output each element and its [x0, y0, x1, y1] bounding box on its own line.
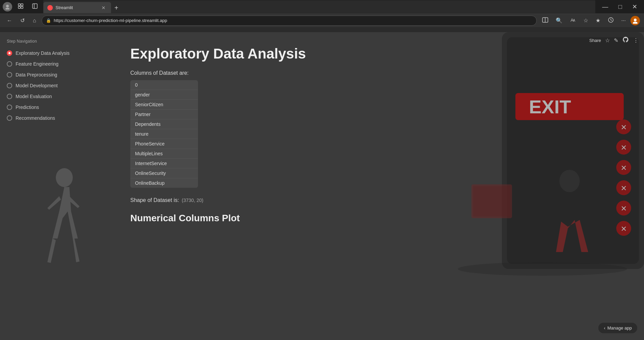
tab-title: Streamlit	[55, 5, 97, 10]
svg-point-13	[634, 19, 637, 21]
column-item: MultipleLines	[130, 149, 198, 159]
url-text: https://customer-churn-prediction-ml-pip…	[54, 18, 167, 23]
sidebar-item-label-md: Model Development	[16, 83, 58, 88]
chevron-left-icon: ‹	[604, 325, 605, 331]
sidebar-illustration	[0, 137, 110, 340]
back-btn[interactable]: ←	[4, 16, 15, 25]
favorites-btn[interactable]: ☆	[581, 16, 591, 25]
home-btn[interactable]: ⌂	[30, 16, 39, 25]
search-btn[interactable]: 🔍	[553, 16, 565, 25]
column-item: Dependents	[130, 119, 198, 129]
new-tab-btn[interactable]: +	[112, 3, 121, 13]
nav-right-icons: 🔍 AA ☆ ★ ···	[539, 16, 640, 26]
address-bar[interactable]: 🔒 https://customer-churn-prediction-ml-p…	[42, 16, 537, 26]
columns-label: Columns of Dataset are:	[130, 70, 624, 76]
nav-radio-me	[7, 94, 12, 99]
nav-bar: ← ↺ ⌂ 🔒 https://customer-churn-predictio…	[0, 14, 644, 27]
column-item: OnlineSecurity	[130, 168, 198, 178]
vertical-tabs-btn[interactable]	[29, 2, 41, 12]
minimize-btn[interactable]: —	[598, 0, 612, 14]
tab-groups-btn[interactable]	[15, 2, 26, 12]
column-item: Partner	[130, 110, 198, 119]
nav-radio-rec	[7, 115, 12, 121]
shape-row: Shape of Dataset is: (3730, 20)	[130, 197, 624, 203]
column-item: tenure	[130, 129, 198, 139]
title-bar: Streamlit ✕ + — □ ✕	[0, 0, 644, 14]
app-header: Share ☆ ✎ ⋮	[584, 32, 644, 48]
step-nav-label: Step Navigation	[0, 39, 110, 48]
svg-point-1	[5, 8, 9, 9]
close-btn[interactable]: ✕	[628, 0, 641, 14]
refresh-btn[interactable]: ↺	[18, 16, 27, 25]
share-btn[interactable]: Share	[589, 38, 601, 43]
sidebar-item-label-fe: Feature Engineering	[16, 61, 59, 67]
sidebar-item-pr[interactable]: Predictions	[0, 102, 110, 113]
sidebar-item-eda[interactable]: Exploratory Data Analysis	[0, 48, 110, 59]
user-avatar[interactable]	[630, 16, 640, 25]
star-btn[interactable]: ☆	[605, 37, 610, 44]
sidebar-item-label-me: Model Evaluation	[16, 94, 52, 99]
content-scroll[interactable]: Exploratory Data Analysis Columns of Dat…	[110, 32, 644, 340]
tab-close-btn[interactable]: ✕	[100, 4, 107, 11]
read-aloud-btn[interactable]: AA	[567, 16, 579, 26]
tab-bar: Streamlit ✕ +	[43, 0, 595, 13]
sidebar-item-rec[interactable]: Recommendations	[0, 113, 110, 123]
active-tab[interactable]: Streamlit ✕	[43, 2, 111, 13]
nav-items-container: Exploratory Data AnalysisFeature Enginee…	[0, 48, 110, 123]
main-content: Step Navigation Exploratory Data Analysi…	[0, 32, 644, 340]
manage-app-btn[interactable]: ‹ Manage app	[598, 323, 637, 333]
sidebar-item-label-rec: Recommendations	[16, 115, 55, 121]
sidebar-item-fe[interactable]: Feature Engineering	[0, 59, 110, 69]
shape-value: (3730, 20)	[182, 198, 203, 203]
sidebar-item-me[interactable]: Model Evaluation	[0, 91, 110, 102]
svg-rect-4	[18, 6, 20, 8]
column-item: OnlineBackup	[130, 178, 198, 188]
sidebar-item-dp[interactable]: Data Preprocessing	[0, 69, 110, 80]
profile-avatar[interactable]	[3, 2, 12, 12]
column-item: 0	[130, 80, 198, 90]
columns-list: 0genderSeniorCitizenPartnerDependentsten…	[130, 80, 198, 188]
tab-favicon	[47, 5, 53, 10]
column-item: SeniorCitizen	[130, 100, 198, 110]
manage-app-label: Manage app	[607, 325, 632, 331]
column-item: InternetService	[130, 159, 198, 168]
svg-point-14	[633, 22, 638, 24]
svg-text:A: A	[573, 19, 575, 22]
split-screen-btn[interactable]	[539, 16, 551, 26]
svg-rect-5	[21, 6, 23, 8]
nav-radio-eda	[7, 50, 12, 56]
nav-radio-pr	[7, 105, 12, 110]
nav-radio-md	[7, 83, 12, 88]
svg-rect-6	[32, 4, 37, 8]
browser-chrome: Streamlit ✕ + — □ ✕ ← ↺ ⌂ 🔒 https://cust…	[0, 0, 644, 32]
lock-icon: 🔒	[46, 18, 51, 23]
svg-point-15	[56, 168, 73, 187]
page-title: Exploratory Data Analysis	[130, 46, 624, 62]
sidebar-item-label-pr: Predictions	[16, 105, 39, 110]
column-item: gender	[130, 90, 198, 100]
numerical-section-title: Numerical Columns Plot	[130, 213, 624, 224]
svg-rect-2	[18, 4, 20, 6]
collections-btn[interactable]	[605, 16, 617, 26]
sidebar-item-label-eda: Exploratory Data Analysis	[16, 50, 70, 56]
github-btn[interactable]	[622, 36, 629, 44]
svg-rect-3	[21, 4, 23, 6]
shape-label: Shape of Dataset is:	[130, 197, 179, 203]
sidebar: Step Navigation Exploratory Data Analysi…	[0, 32, 110, 340]
column-item: PhoneService	[130, 139, 198, 149]
svg-point-0	[6, 5, 9, 7]
nav-radio-dp	[7, 72, 12, 77]
sidebar-item-md[interactable]: Model Development	[0, 80, 110, 91]
app-area: EXIT ✕ ✕ ✕ ✕ ✕ ✕	[110, 32, 644, 340]
more-options-btn[interactable]: ⋮	[633, 37, 639, 44]
edit-btn[interactable]: ✎	[614, 37, 618, 44]
nav-radio-fe	[7, 61, 12, 67]
favorites-bar-btn[interactable]: ★	[593, 16, 603, 25]
sidebar-item-label-dp: Data Preprocessing	[16, 72, 57, 77]
restore-btn[interactable]: □	[614, 0, 626, 14]
window-controls: — □ ✕	[598, 0, 641, 14]
more-btn[interactable]: ···	[619, 16, 628, 25]
